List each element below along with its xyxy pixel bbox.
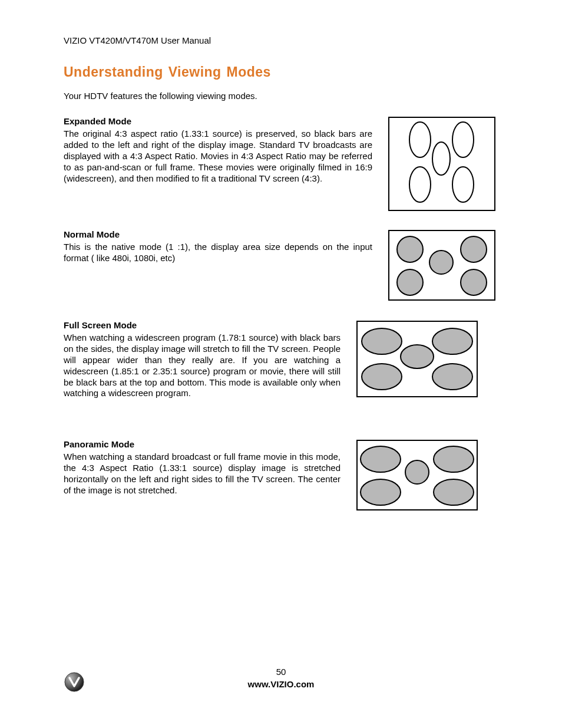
svg-point-2 [432, 142, 450, 175]
svg-point-5 [452, 167, 474, 202]
svg-point-14 [401, 345, 434, 368]
svg-point-9 [461, 236, 487, 262]
vizio-logo-icon [64, 671, 85, 693]
svg-point-15 [432, 328, 472, 354]
intro-text: Your HDTV features the following viewing… [64, 91, 498, 101]
fullscreen-mode-diagram [353, 320, 481, 399]
mode-body: This is the native mode (1 :1), the disp… [64, 242, 372, 264]
svg-point-21 [434, 446, 474, 472]
mode-body: The original 4:3 aspect ratio (1.33:1 so… [64, 129, 372, 184]
svg-point-11 [461, 269, 487, 295]
svg-point-17 [432, 364, 472, 390]
mode-heading: Expanded Mode [64, 116, 372, 126]
mode-heading: Panoramic Mode [64, 439, 340, 449]
mode-expanded: Expanded Mode The original 4:3 aspect ra… [64, 116, 498, 213]
svg-point-24 [65, 673, 84, 691]
svg-point-4 [409, 167, 431, 202]
mode-panoramic: Panoramic Mode When watching a standard … [64, 439, 498, 513]
svg-point-13 [362, 328, 402, 354]
section-title: Understanding Viewing Modes [64, 64, 498, 80]
panoramic-mode-diagram [353, 439, 481, 513]
svg-point-19 [361, 446, 401, 472]
svg-point-22 [361, 479, 401, 505]
svg-point-10 [397, 269, 423, 295]
mode-fullscreen: Full Screen Mode When watching a widescr… [64, 320, 498, 399]
svg-point-16 [362, 364, 402, 390]
svg-point-20 [405, 460, 429, 484]
svg-point-7 [397, 236, 423, 262]
svg-point-23 [434, 479, 474, 505]
mode-body: When watching a standard broadcast or fu… [64, 452, 340, 496]
mode-body: When watching a widescreen program (1.78… [64, 332, 340, 399]
svg-point-3 [452, 122, 474, 157]
normal-mode-diagram [385, 229, 498, 304]
mode-normal: Normal Mode This is the native mode (1 :… [64, 229, 498, 304]
svg-point-1 [409, 122, 431, 157]
expanded-mode-diagram [385, 116, 498, 213]
document-header: VIZIO VT420M/VT470M User Manual [64, 35, 498, 45]
mode-heading: Normal Mode [64, 229, 372, 239]
mode-heading: Full Screen Mode [64, 320, 340, 330]
svg-point-8 [429, 251, 453, 274]
